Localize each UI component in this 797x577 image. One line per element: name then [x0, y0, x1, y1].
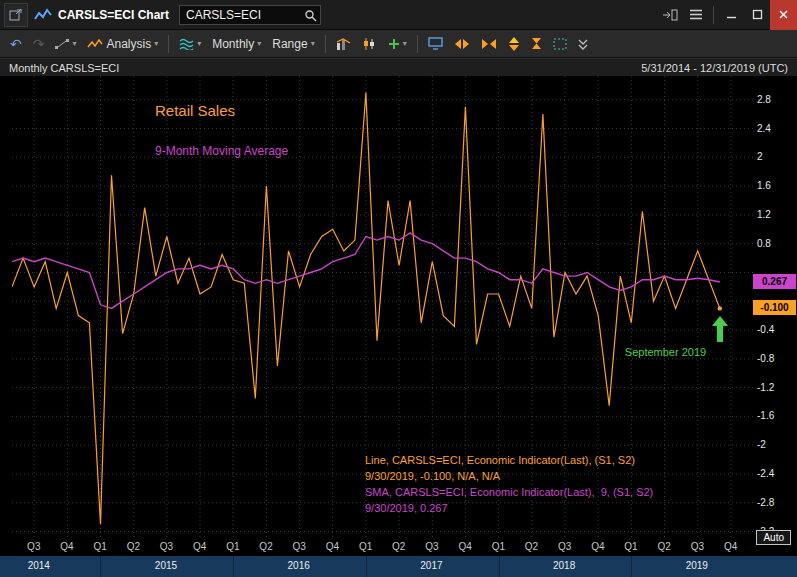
time-axis-quarters[interactable]: Q3Q4Q1Q2Q3Q4Q1Q2Q3Q4Q1Q2Q3Q4Q1Q2Q3Q4Q1Q2… — [0, 538, 797, 556]
x-axis-quarter-label: Q1 — [359, 541, 372, 552]
search-icon[interactable] — [304, 8, 317, 26]
chevron-down-icon: ▾ — [311, 40, 315, 48]
app-launcher-button[interactable] — [4, 3, 28, 27]
compare-chart-button[interactable] — [332, 33, 355, 55]
x-axis-year-label: 2019 — [686, 560, 708, 571]
x-axis-quarter-label: Q3 — [293, 541, 306, 552]
x-axis-quarter-label: Q4 — [60, 541, 73, 552]
redo-button[interactable]: ↷ — [29, 33, 49, 55]
time-gap-button[interactable] — [527, 33, 546, 55]
x-axis-quarter-label: Q3 — [425, 541, 438, 552]
analysis-label: Analysis — [106, 37, 151, 51]
redo-icon: ↷ — [33, 37, 45, 51]
compress-horizontal-button[interactable] — [477, 33, 501, 55]
plus-icon — [388, 38, 400, 50]
analysis-dropdown[interactable]: Analysis ▾ — [83, 33, 162, 55]
divider — [168, 35, 169, 53]
line-last-price-badge: -0.100 — [753, 300, 796, 315]
range-label: Range — [272, 37, 307, 51]
y-axis-label: -0.4 — [757, 324, 774, 335]
x-axis-quarter-label: Q4 — [724, 541, 737, 552]
undo-icon: ↶ — [10, 37, 22, 51]
chart-window: CARSLS=ECI Chart — [0, 0, 797, 577]
trendline-icon — [55, 38, 69, 50]
chevron-down-icon: ▾ — [197, 40, 201, 48]
x-axis-quarter-label: Q4 — [591, 541, 604, 552]
link-channel-button[interactable] — [657, 0, 683, 30]
app-launcher-icon — [9, 9, 23, 21]
arrow-annotation-label[interactable]: September 2019 — [625, 346, 706, 358]
year-divider — [100, 556, 101, 577]
undo-button[interactable]: ↶ — [6, 33, 26, 55]
range-dropdown[interactable]: Range ▾ — [268, 33, 318, 55]
y-axis-label: -2 — [757, 439, 766, 450]
x-axis-quarter-label: Q1 — [93, 541, 106, 552]
x-axis-quarter-label: Q2 — [658, 541, 671, 552]
chart-header-bar: Monthly CARSLS=ECI 5/31/2014 - 12/31/201… — [0, 58, 797, 76]
candlestick-button[interactable] — [358, 33, 381, 55]
hourglass-icon — [531, 37, 542, 50]
x-axis-quarter-label: Q2 — [392, 541, 405, 552]
x-axis-quarter-label: Q2 — [525, 541, 538, 552]
year-divider — [499, 556, 500, 577]
x-axis-quarter-label: Q1 — [624, 541, 637, 552]
auto-scale-button[interactable]: Auto — [756, 530, 791, 545]
year-divider — [366, 556, 367, 577]
chart-date-range: 5/31/2014 - 12/31/2019 (UTC) — [641, 62, 788, 74]
y-axis-label: -1.2 — [757, 382, 774, 393]
x-axis-year-label: 2016 — [288, 560, 310, 571]
analysis-zigzag-icon — [87, 38, 103, 50]
x-axis-quarter-label: Q1 — [492, 541, 505, 552]
series-label-moving-average[interactable]: 9-Month Moving Average — [155, 144, 288, 158]
chart-plot-area[interactable]: 2.82.421.61.20.8-0.4-0.8-1.2-1.6-2-2.4-2… — [0, 76, 797, 538]
year-divider — [631, 556, 632, 577]
more-tools-button[interactable] — [574, 33, 592, 55]
series-label-retail-sales[interactable]: Retail Sales — [155, 102, 235, 119]
y-axis-label: -1.6 — [757, 410, 774, 421]
x-axis-quarter-label: Q3 — [558, 541, 571, 552]
search-input[interactable] — [179, 5, 321, 25]
expand-horizontal-button[interactable] — [450, 33, 474, 55]
x-axis-quarter-label: Q4 — [193, 541, 206, 552]
drawing-tools-button[interactable]: ▾ — [51, 33, 80, 55]
wave-style-icon — [179, 38, 194, 50]
search-box — [179, 5, 321, 25]
y-axis-label: 0.8 — [757, 238, 771, 249]
expand-vertical-button[interactable] — [504, 33, 524, 55]
legend-sma-values[interactable]: 9/30/2019, 0.267 — [365, 500, 653, 516]
zoom-select-button[interactable] — [549, 33, 571, 55]
screen-layout-button[interactable] — [424, 33, 447, 55]
compare-chart-icon — [336, 38, 351, 50]
x-axis-quarter-label: Q1 — [226, 541, 239, 552]
chart-logo-icon — [34, 8, 52, 22]
chart-style-dropdown[interactable]: ▾ — [175, 33, 205, 55]
x-axis-quarter-label: Q3 — [691, 541, 704, 552]
maximize-icon — [752, 9, 763, 20]
x-axis-quarter-label: Q2 — [259, 541, 272, 552]
legend-sma-series[interactable]: SMA, CARSLS=ECI, Economic Indicator(Last… — [365, 484, 653, 500]
title-bar: CARSLS=ECI Chart — [0, 0, 797, 30]
chevron-down-icon: ▾ — [154, 40, 158, 48]
minimize-button[interactable] — [718, 0, 744, 30]
add-series-button[interactable]: ▾ — [384, 33, 411, 55]
time-axis-years[interactable]: 201420152016201720182019 — [0, 556, 797, 577]
menu-button[interactable] — [683, 0, 709, 30]
chevron-down-icon: ▾ — [257, 40, 261, 48]
expand-horizontal-icon — [454, 39, 470, 49]
chart-toolbar: ↶ ↷ ▾ Analysis ▾ ▾ — [0, 30, 797, 58]
year-divider — [233, 556, 234, 577]
legend-line-series[interactable]: Line, CARSLS=ECI, Economic Indicator(Las… — [365, 452, 653, 468]
compress-horizontal-icon — [481, 39, 497, 49]
overflow-chevron-icon — [578, 38, 588, 50]
up-arrow-annotation[interactable] — [712, 316, 728, 346]
maximize-button[interactable] — [744, 0, 770, 30]
up-arrow-icon — [712, 316, 728, 342]
window-title: CARSLS=ECI Chart — [58, 8, 169, 22]
interval-dropdown[interactable]: Monthly ▾ — [208, 33, 265, 55]
close-button[interactable] — [770, 0, 797, 30]
y-axis-label: 2.8 — [757, 94, 771, 105]
selection-box-icon — [553, 38, 567, 50]
x-axis-quarter-label: Q3 — [27, 541, 40, 552]
legend-line-values[interactable]: 9/30/2019, -0.100, N/A, N/A — [365, 468, 653, 484]
chevron-down-icon: ▾ — [72, 40, 76, 48]
